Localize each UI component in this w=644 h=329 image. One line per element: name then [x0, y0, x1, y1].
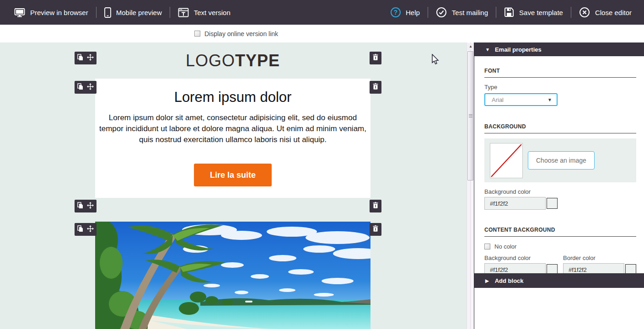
trash-icon — [373, 202, 378, 210]
move-icon[interactable] — [87, 202, 94, 211]
toolbar-right-group: ? Help Test mailing Save template Close … — [383, 0, 644, 25]
display-online-version-group: Display online version link — [194, 25, 278, 42]
close-editor-label: Close editor — [595, 9, 632, 16]
no-image-placeholder — [490, 143, 523, 178]
display-online-version-label: Display online version link — [204, 30, 278, 37]
duplicate-icon[interactable] — [77, 54, 83, 63]
background-color-input[interactable] — [484, 197, 546, 210]
logo-text-light: LOGO — [186, 51, 235, 70]
no-color-checkbox[interactable] — [484, 244, 490, 249]
delete-spacer-block-button[interactable] — [370, 200, 381, 212]
monitor-icon — [14, 8, 25, 17]
type-label: Type — [484, 84, 636, 90]
content-background-color-label: Background color — [484, 255, 558, 261]
chevron-right-icon: ▶ — [485, 278, 489, 283]
test-mailing-label: Test mailing — [452, 9, 488, 16]
move-icon[interactable] — [87, 83, 94, 92]
duplicate-icon[interactable] — [77, 202, 83, 211]
trash-icon — [373, 83, 378, 91]
help-button[interactable]: ? Help — [383, 0, 428, 25]
email-heading: Lorem ipsum dolor — [95, 79, 370, 106]
tropical-beach-photo[interactable] — [95, 222, 370, 329]
background-section-title: BACKGROUND — [484, 123, 636, 133]
properties-sidebar: ▼ Email properties FONT Type Arial ▼ BAC… — [474, 42, 644, 329]
no-color-label: No color — [494, 243, 516, 250]
help-icon: ? — [391, 7, 401, 17]
scrollbar-thumb[interactable] — [467, 51, 473, 180]
mobile-preview-label: Mobile preview — [116, 9, 162, 16]
move-icon[interactable] — [87, 225, 94, 234]
add-block-title: Add block — [495, 277, 524, 284]
duplicate-icon[interactable] — [77, 83, 83, 92]
add-block-header[interactable]: ▶ Add block — [474, 273, 644, 288]
mobile-icon — [104, 7, 111, 18]
delete-logo-block-button[interactable] — [370, 52, 381, 64]
email-canvas: LOGOTYPE Lorem ipsum dolor Lorem ipsum d… — [0, 42, 467, 329]
email-body-text: Lorem ipsum dolor sit amet, consectetur … — [97, 112, 368, 145]
font-type-value: Arial — [485, 96, 547, 103]
display-online-version-checkbox[interactable] — [194, 31, 200, 37]
sidebar-content: FONT Type Arial ▼ BACKGROUND Choose an i… — [484, 56, 636, 276]
save-template-label: Save template — [519, 9, 563, 16]
canvas-scrollbar[interactable]: ▲ — [467, 42, 474, 329]
text-block[interactable]: Lorem ipsum dolor Lorem ipsum dolor sit … — [95, 79, 370, 198]
chevron-down-icon: ▼ — [485, 47, 490, 52]
text-version-icon — [178, 8, 189, 17]
font-type-dropdown[interactable]: Arial ▼ — [484, 93, 558, 106]
email-properties-title: Email properties — [495, 46, 542, 53]
help-label: Help — [406, 9, 420, 16]
image-block-controls[interactable] — [75, 223, 97, 236]
delete-text-block-button[interactable] — [370, 81, 381, 94]
choose-image-button[interactable]: Choose an image — [528, 151, 595, 170]
logo-block-controls[interactable] — [75, 52, 97, 64]
top-toolbar: Preview in browser Mobile preview Text v… — [0, 0, 644, 25]
trash-icon — [373, 54, 378, 62]
preview-in-browser-button[interactable]: Preview in browser — [6, 0, 96, 25]
logo-text-bold: TYPE — [235, 51, 280, 70]
logo-block[interactable]: LOGOTYPE — [95, 42, 370, 79]
text-block-controls[interactable] — [75, 81, 97, 94]
trash-icon — [373, 225, 378, 233]
online-version-bar: Display online version link — [0, 25, 644, 42]
mobile-preview-button[interactable]: Mobile preview — [97, 0, 170, 25]
toolbar-left-group: Preview in browser Mobile preview Text v… — [0, 0, 238, 25]
test-mailing-button[interactable]: Test mailing — [428, 0, 496, 25]
font-section-title: FONT — [484, 68, 636, 78]
floppy-icon — [504, 7, 514, 17]
chevron-down-icon: ▼ — [547, 97, 557, 102]
scrollbar-up-arrow[interactable]: ▲ — [467, 43, 474, 50]
save-template-button[interactable]: Save template — [496, 0, 571, 25]
close-editor-button[interactable]: Close editor — [571, 0, 639, 25]
content-background-section-title: CONTENT BACKGROUND — [484, 227, 636, 237]
move-icon[interactable] — [87, 54, 94, 63]
spacer-block-controls[interactable] — [75, 200, 97, 212]
scrollbar-grip — [469, 114, 472, 118]
preview-in-browser-label: Preview in browser — [30, 9, 88, 16]
close-circle-icon — [579, 7, 590, 18]
email-properties-header[interactable]: ▼ Email properties — [474, 42, 644, 56]
duplicate-icon[interactable] — [77, 225, 83, 234]
border-color-label: Border color — [563, 255, 636, 261]
delete-image-block-button[interactable] — [370, 223, 381, 236]
background-image-panel: Choose an image — [484, 138, 636, 182]
text-version-label: Text version — [194, 9, 231, 16]
background-color-label: Background color — [484, 188, 636, 195]
text-version-button[interactable]: Text version — [170, 0, 238, 25]
lire-la-suite-button[interactable]: Lire la suite — [194, 164, 272, 186]
background-color-swatch[interactable] — [547, 198, 558, 209]
check-circle-icon — [436, 7, 447, 18]
